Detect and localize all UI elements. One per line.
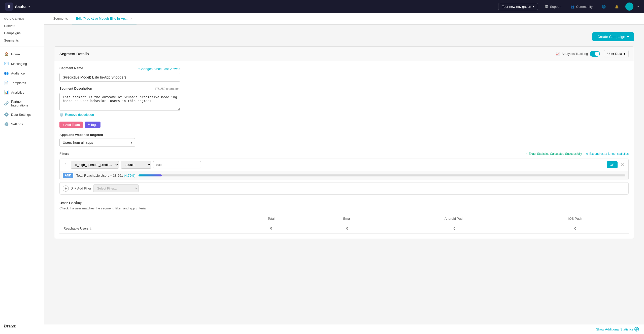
toggle-knob [595, 52, 599, 56]
show-additional-plus-icon: ⊕ [634, 327, 639, 331]
support-link[interactable]: 💬 Support [542, 5, 564, 9]
and-badge: AND [63, 173, 73, 178]
logo-icon: B [5, 3, 13, 11]
changes-link[interactable]: 0 Changes Since Last Viewed [137, 67, 180, 71]
avatar-chevron-icon: ▾ [637, 5, 639, 8]
card-header-actions: 📈 Analytics Tracking User Data ▾ [556, 50, 629, 57]
globe-icon[interactable]: 🌐 [599, 5, 608, 9]
tab-close-icon[interactable]: ✕ [130, 17, 132, 20]
user-lookup-section: User Lookup Check if a user matches the … [59, 201, 629, 234]
filter-field-select[interactable]: is_high_spender_predic... [71, 161, 119, 169]
filter-value-input[interactable] [153, 161, 201, 168]
app-chevron-icon: ▾ [28, 5, 30, 8]
apps-targeted-section: Apps and websites targeted Users from al… [59, 133, 629, 147]
info-icon[interactable]: ℹ [90, 226, 91, 230]
bottom-bar: Show Additional Statistics ⊕ [44, 324, 644, 334]
top-nav: B Scuba ▾ Tour new navigation ▾ 💬 Suppor… [0, 0, 644, 13]
sidebar-item-messaging[interactable]: ✉️ Messaging [0, 59, 44, 68]
community-link[interactable]: 👥 Community [568, 5, 595, 9]
notifications-bell-icon[interactable]: 🔔 [612, 5, 621, 9]
stats-bar-container [139, 174, 625, 176]
stats-table: Total Email Android Push iOS Push [59, 214, 629, 234]
segment-name-input[interactable] [59, 73, 180, 82]
show-additional-statistics-button[interactable]: Show Additional Statistics ⊕ [596, 327, 639, 331]
col-header-ios-push: iOS Push [522, 214, 629, 223]
user-avatar[interactable] [625, 3, 633, 11]
total-value: 0 [235, 223, 308, 234]
changes-header: Segment Name 0 Changes Since Last Viewed [59, 66, 180, 71]
sidebar: QUICK LINKS Canvas Campaigns Segments 🏠 … [0, 13, 44, 334]
total-reachable-users: Total Reachable Users = 38,291 (4.76%) [76, 174, 135, 177]
templates-icon: 📄 [4, 81, 9, 85]
content-area: Create Campaign ▾ Segment Details 📈 Anal… [44, 25, 644, 324]
col-header-label [59, 214, 235, 223]
sidebar-item-data-settings[interactable]: ⚙️ Data Settings [0, 110, 44, 119]
reachable-users-cell: Reachable Users ℹ [63, 226, 231, 230]
sidebar-item-analytics[interactable]: 📊 Analytics [0, 88, 44, 97]
segment-details-title: Segment Details [59, 52, 89, 56]
support-icon: 💬 [545, 5, 549, 9]
stats-bar [139, 174, 162, 176]
filter-container: ⋮ is_high_spender_predic... equals OR ✕ [59, 159, 629, 180]
home-icon: 🏠 [4, 52, 9, 56]
data-settings-icon: ⚙️ [4, 112, 9, 117]
sidebar-item-campaigns[interactable]: Campaigns [0, 29, 44, 37]
sidebar-item-settings[interactable]: ⚙️ Settings [0, 119, 44, 129]
and-stats-row: AND Total Reachable Users = 38,291 (4.76… [60, 171, 628, 180]
add-filter-row: + ⊁ + Add Filter Select Filter... [59, 182, 629, 195]
char-count: 176/250 characters [154, 87, 180, 91]
logo[interactable]: B Scuba ▾ [5, 3, 30, 11]
braze-logo: braze [0, 317, 44, 334]
sidebar-item-templates[interactable]: 📄 Templates [0, 78, 44, 88]
user-lookup-title: User Lookup [59, 201, 629, 205]
filter-operator-select[interactable]: equals [121, 161, 151, 169]
table-row: Reachable Users ℹ 0 0 0 0 [59, 223, 629, 234]
user-data-button[interactable]: User Data ▾ [604, 50, 629, 57]
add-team-button[interactable]: + Add Team [59, 122, 83, 128]
tour-navigation-button[interactable]: Tour new navigation ▾ [498, 3, 538, 10]
app-name: Scuba [15, 5, 26, 9]
sidebar-item-audience[interactable]: 👥 Audience [0, 68, 44, 78]
sidebar-item-canvas[interactable]: Canvas [0, 22, 44, 29]
segment-name-section: Segment Name 0 Changes Since Last Viewed [59, 66, 629, 82]
segment-description-label: Segment Description [59, 87, 92, 90]
col-header-email: Email [308, 214, 387, 223]
card-body: Segment Name 0 Changes Since Last Viewed… [54, 61, 634, 239]
sidebar-item-home[interactable]: 🏠 Home [0, 49, 44, 59]
expand-funnel-button[interactable]: ⊕ Expand extra funnel statistics [586, 152, 629, 156]
settings-icon: ⚙️ [4, 122, 9, 126]
segment-description-input[interactable]: This segment is the outcome of Scuba's p… [59, 93, 180, 110]
apps-targeted-label: Apps and websites targeted [59, 133, 629, 137]
apps-targeted-select[interactable]: Users from all apps [59, 138, 135, 147]
messaging-icon: ✉️ [4, 61, 9, 66]
filter-row: ⋮ is_high_spender_predic... equals OR ✕ [60, 159, 628, 171]
sidebar-item-partner-integrations[interactable]: 🔗 Partner Integrations [0, 97, 44, 110]
remove-description-button[interactable]: 🗑️ Remove description [59, 113, 629, 117]
drag-handle-icon[interactable]: ⋮ [63, 162, 69, 167]
create-campaign-chevron-icon: ▾ [627, 35, 629, 39]
add-filter-plus-icon[interactable]: + [63, 185, 69, 192]
tabs-bar: Segments Edit (Predictive Model) Elite I… [44, 13, 644, 25]
filter-select-dropdown[interactable]: Select Filter... [93, 184, 139, 192]
segment-details-card: Segment Details 📈 Analytics Tracking Use… [54, 46, 634, 239]
exact-stats-label: ✓ Exact Statistics Calculated Successful… [525, 152, 582, 156]
col-header-android-push: Android Push [387, 214, 522, 223]
add-filter-label: ⊁ + Add Filter [71, 187, 91, 190]
community-icon: 👥 [570, 5, 574, 9]
android-push-value: 0 [387, 223, 522, 234]
main-content: Segments Edit (Predictive Model) Elite I… [44, 13, 644, 334]
tour-chevron-icon: ▾ [533, 5, 534, 8]
filters-actions: ✓ Exact Statistics Calculated Successful… [525, 152, 629, 156]
tags-button[interactable]: # Tags [85, 122, 100, 128]
ios-push-value: 0 [522, 223, 629, 234]
sidebar-item-segments[interactable]: Segments [0, 37, 44, 44]
filters-header: Filters ✓ Exact Statistics Calculated Su… [59, 152, 629, 156]
analytics-tracking-toggle[interactable] [590, 51, 600, 57]
card-header: Segment Details 📈 Analytics Tracking Use… [54, 47, 634, 61]
tab-segments[interactable]: Segments [49, 13, 72, 24]
or-button[interactable]: OR [607, 161, 618, 168]
filter-remove-icon[interactable]: ✕ [620, 162, 625, 168]
audience-icon: 👥 [4, 71, 9, 76]
create-campaign-button[interactable]: Create Campaign ▾ [592, 32, 634, 41]
tab-edit-segment[interactable]: Edit (Predictive Model) Elite In-Ap... ✕ [72, 13, 137, 24]
